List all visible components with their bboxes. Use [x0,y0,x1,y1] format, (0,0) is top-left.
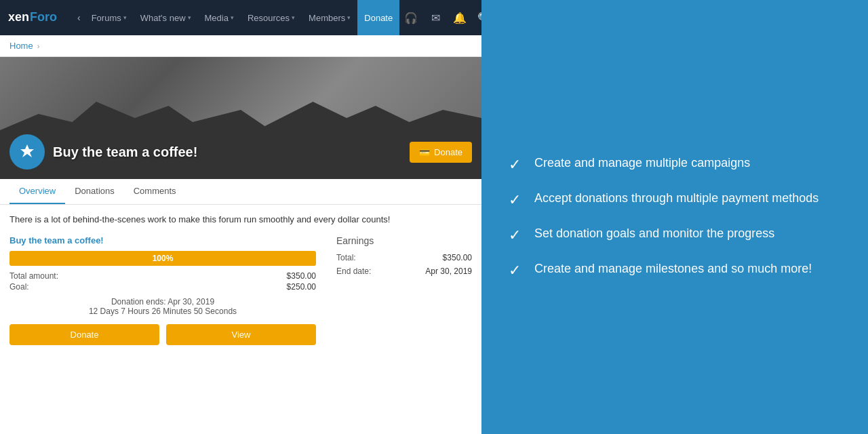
earnings-end-date-row: End date: Apr 30, 2019 [336,267,472,276]
logo[interactable]: xen Foro [7,6,68,29]
check-icon-3: ✓ [509,226,521,244]
check-icon-4: ✓ [509,262,521,279]
breadcrumb-separator: › [37,42,40,50]
mail-icon[interactable]: ✉ [424,0,447,35]
svg-marker-2 [20,144,34,157]
nav-back-arrow[interactable]: ‹ [73,12,85,23]
progress-bar-container: 100% [9,251,316,266]
earnings-section: Earnings Total: $350.00 End date: Apr 30… [336,235,472,345]
progress-bar-fill: 100% [9,251,316,266]
search-icon[interactable]: 🔍 [473,0,481,35]
credit-card-icon: 💳 [419,147,430,157]
feature-item-4: ✓ Create and manage milestones and so mu… [509,260,841,279]
check-icon-1: ✓ [509,156,521,174]
headphone-icon[interactable]: 🎧 [399,0,422,35]
earnings-total-row: Total: $350.00 [336,253,472,262]
svg-text:xen: xen [8,10,29,24]
nav-icons: 🎧 ✉ 🔔 🔍 [399,0,481,35]
feature-text-4: Create and manage milestones and so much… [534,260,812,277]
tab-donations[interactable]: Donations [65,179,124,204]
nav-item-members[interactable]: Members ▾ [302,0,357,35]
campaign-details: Buy the team a coffee! 100% Total amount… [9,235,316,345]
feature-item-2: ✓ Accept donations through multiple paym… [509,190,841,209]
nav-item-forums[interactable]: Forums ▾ [85,0,134,35]
chevron-down-icon: ▾ [123,14,127,21]
chevron-down-icon: ▾ [188,14,191,21]
hero-image: Buy the team a coffee! 💳 Donate [0,57,481,179]
tab-comments[interactable]: Comments [124,179,186,204]
campaign-icon [9,134,45,170]
feature-text-1: Create and manage multiple campaigns [534,155,750,172]
campaign-timer: Donation ends: Apr 30, 2019 12 Days 7 Ho… [9,297,316,316]
tabs: Overview Donations Comments [0,179,481,205]
chevron-down-icon: ▾ [231,14,234,21]
campaign-stats: Total amount: $350.00 Goal: $250.00 [9,271,316,292]
right-panel: ✓ Create and manage multiple campaigns ✓… [481,0,868,434]
nav-item-media[interactable]: Media ▾ [198,0,241,35]
bell-icon[interactable]: 🔔 [448,0,471,35]
earnings-title: Earnings [336,235,472,246]
campaign-title: Buy the team a coffee! [9,235,316,245]
view-button[interactable]: View [166,324,316,345]
hero-overlay: Buy the team a coffee! 💳 Donate [0,125,481,179]
hero-donate-button[interactable]: 💳 Donate [410,142,472,163]
chevron-down-icon: ▾ [347,14,351,21]
svg-text:Foro: Foro [30,10,57,24]
feature-item-3: ✓ Set donation goals and monitor the pro… [509,225,841,244]
chevron-down-icon: ▾ [292,14,295,21]
navbar: xen Foro ‹ Forums ▾ What's new ▾ Media ▾… [0,0,481,35]
hero-title: Buy the team a coffee! [53,144,401,160]
nav-item-resources[interactable]: Resources ▾ [241,0,302,35]
nav-item-whats-new[interactable]: What's new ▾ [134,0,198,35]
donate-button[interactable]: Donate [9,324,159,345]
total-amount-row: Total amount: $350.00 [9,271,316,281]
campaign-actions: Donate View [9,324,316,345]
breadcrumb: Home › [0,35,481,57]
check-icon-2: ✓ [509,191,521,209]
nav-items: Forums ▾ What's new ▾ Media ▾ Resources … [85,0,400,35]
tab-overview[interactable]: Overview [9,179,65,204]
feature-item-1: ✓ Create and manage multiple campaigns [509,155,841,174]
left-panel: xen Foro ‹ Forums ▾ What's new ▾ Media ▾… [0,0,481,434]
nav-item-donate[interactable]: Donate [357,0,399,35]
description-text: There is a lot of behind-the-scenes work… [9,214,472,224]
feature-text-3: Set donation goals and monitor the progr… [534,225,774,242]
content-area: There is a lot of behind-the-scenes work… [0,205,481,434]
feature-text-2: Accept donations through multiple paymen… [534,190,818,207]
campaign-section: Buy the team a coffee! 100% Total amount… [9,235,472,345]
goal-row: Goal: $250.00 [9,282,316,292]
breadcrumb-home[interactable]: Home [9,41,33,51]
